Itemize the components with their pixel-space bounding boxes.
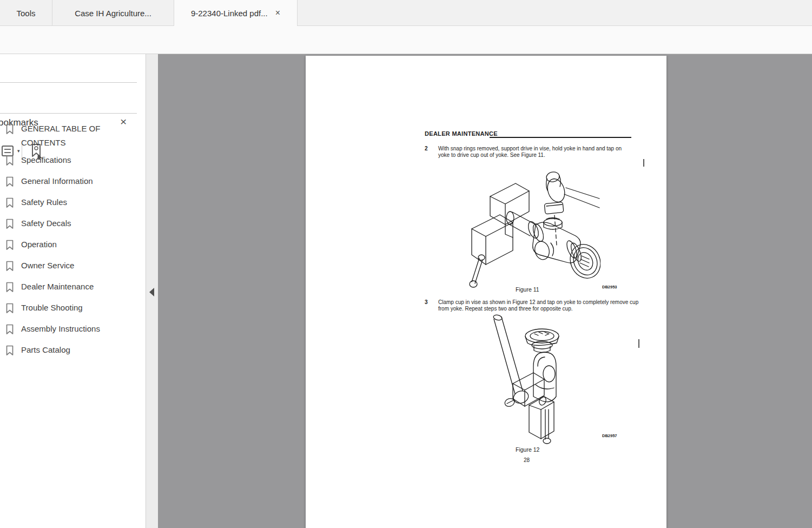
page-number-text: 28 [524,457,530,463]
panel-splitter[interactable] [146,54,158,528]
bookmark-item-safety-decals[interactable]: Safety Decals [5,216,130,230]
bookmark-item-label: Operation [21,237,117,252]
pdf-page: DEALER MAINTENANCE 2 With snap rings rem… [306,56,666,528]
step-text: With snap rings removed, support drive i… [438,146,634,159]
step-number: 3 [425,299,428,305]
bookmark-item-label: Parts Catalog [21,343,117,357]
main-toolbar: / 84 57.9% ▾ ▾ [0,26,812,54]
bookmark-item-label: Assembly Instructions [21,322,117,336]
tab-doc-active[interactable]: 9-22340-Linked pdf... × [174,0,298,26]
step-text: Clamp cup in vise as shown in Figure 12 … [438,299,639,312]
tab-doc-active-label: 9-22340-Linked pdf... [191,9,268,18]
tab-close-icon[interactable]: × [275,9,280,17]
bookmark-item-operation[interactable]: Operation [5,237,130,252]
tab-tools-label: Tools [16,9,35,18]
bookmark-item-specifications[interactable]: Specifications [5,153,130,167]
bookmark-item-label: Safety Decals [21,216,117,230]
figure-12-illustration [481,314,571,447]
bookmark-item-trouble-shooting[interactable]: Trouble Shooting [5,301,130,315]
bookmark-item-label: Safety Rules [21,195,117,209]
document-canvas: DEALER MAINTENANCE 2 With snap rings rem… [158,54,812,528]
panel-divider [0,82,137,83]
bookmark-icon [5,124,14,135]
bookmark-icon [5,219,14,229]
bookmark-icon [5,155,14,166]
bookmark-icon [5,176,14,187]
crop-mark [638,339,639,348]
bookmarks-list: GENERAL TABLE OF CONTENTS Specifications… [5,122,130,364]
section-header: DEALER MAINTENANCE [425,130,498,137]
figure-caption: Figure 12 [516,446,539,453]
bookmark-icon [5,282,14,293]
bookmark-icon [5,240,14,250]
section-underline [490,137,631,138]
bookmark-icon [5,197,14,208]
bookmark-item-label: GENERAL TABLE OF CONTENTS [21,122,117,150]
bookmark-item-owner-service[interactable]: Owner Service [5,259,130,273]
figure-11-illustration [460,160,600,288]
bookmark-icon [5,324,14,335]
bookmark-item-general-information[interactable]: General Information [5,174,130,188]
bookmark-icon [5,345,14,356]
collapse-arrow-icon[interactable] [149,288,154,296]
bookmark-item-label: Trouble Shooting [21,301,117,315]
bookmark-icon [5,303,14,314]
bookmark-item-label: Specifications [21,153,117,167]
bookmark-icon [5,261,14,272]
tab-bar: Tools Case IH Agriculture... 9-22340-Lin… [0,0,812,26]
bookmark-item-dealer-maintenance[interactable]: Dealer Maintenance [5,280,130,294]
bookmarks-panel: ookmarks × ▾ GENERAL TABLE [0,54,146,528]
bookmark-item-parts-catalog[interactable]: Parts Catalog [5,343,130,357]
bookmark-item-label: Dealer Maintenance [21,280,117,294]
bookmark-item-label: General Information [21,174,117,188]
bookmark-item-safety-rules[interactable]: Safety Rules [5,195,130,209]
tab-doc-case-ih[interactable]: Case IH Agriculture... [52,0,174,26]
tab-tools[interactable]: Tools [0,0,52,26]
bookmark-item-label: Owner Service [21,259,117,273]
figure-code: DB2957 [602,433,617,438]
figure-code: DB2953 [602,285,617,289]
tab-doc-case-ih-label: Case IH Agriculture... [75,9,151,18]
bookmark-item-assembly-instructions[interactable]: Assembly Instructions [5,322,130,336]
figure-caption: Figure 11 [516,286,539,293]
bookmark-item-general-toc[interactable]: GENERAL TABLE OF CONTENTS [5,122,130,150]
step-number: 2 [425,146,428,151]
panel-divider [0,113,137,114]
crop-mark [643,159,644,167]
